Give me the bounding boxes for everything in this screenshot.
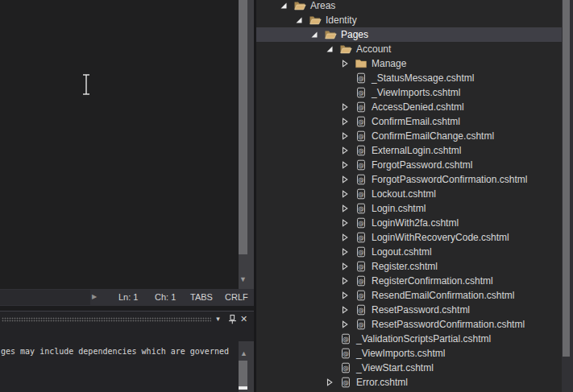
output-scrollbar-thumb[interactable] <box>239 361 247 386</box>
folder-open-slot <box>324 28 337 41</box>
editor-pane[interactable] <box>0 0 239 289</box>
tree-item-label: AccessDenied.cshtml <box>372 101 464 113</box>
output-vertical-scrollbar[interactable]: ▲ <box>239 341 254 392</box>
svg-text:@: @ <box>358 321 364 328</box>
razor-file-slot: @ <box>339 347 352 360</box>
tree-item-resetpasswordconfirmation-cshtml[interactable]: @ResetPasswordConfirmation.cshtml <box>256 317 562 332</box>
tree-expander[interactable] <box>339 277 355 285</box>
auto-hide-pin-button[interactable] <box>226 312 239 325</box>
editor-vertical-scrollbar[interactable]: ▼ <box>239 0 254 289</box>
razor-file-icon: @ <box>355 274 367 287</box>
tree-item-forgotpassword-cshtml[interactable]: @ForgotPassword.cshtml <box>256 158 562 172</box>
tree-expander[interactable] <box>339 204 355 213</box>
tree-item-lockout-cshtml[interactable]: @Lockout.cshtml <box>256 187 562 201</box>
razor-file-slot: @ <box>355 202 367 215</box>
collapse-chevron-icon <box>326 378 334 386</box>
svg-text:@: @ <box>358 133 364 140</box>
tree-expander[interactable] <box>324 45 339 53</box>
status-line-ending-toggle[interactable]: CRLF <box>225 292 248 302</box>
folder-open-icon <box>339 43 352 56</box>
tree-expander[interactable] <box>339 60 355 68</box>
tree-expander[interactable] <box>339 262 355 270</box>
tree-expander[interactable] <box>339 320 355 328</box>
tree-item-error-cshtml[interactable]: @Error.cshtml <box>256 375 562 390</box>
tree-item-account[interactable]: Account <box>256 42 562 56</box>
close-panel-button[interactable]: ✕ <box>238 312 250 325</box>
tree-item-confirmemailchange-cshtml[interactable]: @ConfirmEmailChange.cshtml <box>256 129 562 143</box>
svg-text:@: @ <box>358 249 364 256</box>
tree-item-label: ExternalLogin.cshtml <box>372 145 461 156</box>
tree-expander[interactable] <box>309 31 324 39</box>
razor-file-slot: @ <box>355 231 367 244</box>
tree-expander[interactable] <box>339 248 355 256</box>
tree-expander[interactable] <box>339 161 355 169</box>
scroll-down-arrow-icon[interactable]: ▼ <box>239 276 255 283</box>
folder-open-icon <box>324 28 337 41</box>
tree-expander[interactable] <box>339 118 355 126</box>
tree-item-viewimports-cshtml[interactable]: @_ViewImports.cshtml <box>256 346 562 361</box>
scroll-right-arrow-icon[interactable]: ▶ <box>92 294 97 300</box>
tree-item-pages[interactable]: Pages <box>256 27 562 42</box>
tree-item-label: LoginWithRecoveryCode.cshtml <box>372 232 509 243</box>
tree-item-logout-cshtml[interactable]: @Logout.cshtml <box>256 245 562 259</box>
tree-expander[interactable] <box>339 175 355 184</box>
app-window: ▼ ▶ Ln: 1 Ch: 1 TABS CRLF ▾ <box>0 0 573 392</box>
tree-item-statusmessage-cshtml[interactable]: @_StatusMessage.cshtml <box>256 71 562 85</box>
razor-file-slot: @ <box>355 318 367 331</box>
razor-file-slot: @ <box>355 115 367 128</box>
tree-expander[interactable] <box>339 219 355 227</box>
tree-item-registerconfirmation-cshtml[interactable]: @RegisterConfirmation.cshtml <box>256 274 562 288</box>
editor-scrollbar-thumb[interactable] <box>239 0 247 254</box>
tree-item-register-cshtml[interactable]: @Register.cshtml <box>256 259 562 274</box>
svg-text:@: @ <box>358 205 364 213</box>
collapse-chevron-icon <box>341 175 349 184</box>
tree-item-login-cshtml[interactable]: @Login.cshtml <box>256 201 562 216</box>
expand-arrow-icon <box>280 2 288 10</box>
tree-item-resendemailconfirmation-cshtml[interactable]: @ResendEmailConfirmation.cshtml <box>256 288 562 303</box>
solution-explorer-scrollbar[interactable] <box>562 0 573 392</box>
tree-item-identity[interactable]: Identity <box>256 13 562 27</box>
tree-item-resetpassword-cshtml[interactable]: @ResetPassword.cshtml <box>256 303 562 317</box>
tree-expander[interactable] <box>293 16 309 24</box>
tree-expander[interactable] <box>339 146 355 155</box>
razor-file-slot: @ <box>339 361 352 374</box>
status-tabs-toggle[interactable]: TABS <box>190 292 213 302</box>
collapse-chevron-icon <box>341 204 349 213</box>
tree-item-viewstart-cshtml[interactable]: @_ViewStart.cshtml <box>256 361 562 375</box>
tree-expander[interactable] <box>278 2 293 10</box>
tree-item-confirmemail-cshtml[interactable]: @ConfirmEmail.cshtml <box>256 114 562 129</box>
editor-horizontal-scrollbar[interactable] <box>0 290 90 305</box>
tree-expander[interactable] <box>339 132 355 140</box>
razor-file-icon: @ <box>355 188 367 200</box>
tree-expander[interactable] <box>339 306 355 314</box>
tree-item-areas[interactable]: Areas <box>256 0 562 13</box>
tree-item-externallogin-cshtml[interactable]: @ExternalLogin.cshtml <box>256 143 562 158</box>
expand-arrow-icon <box>295 16 303 24</box>
razor-file-icon: @ <box>355 101 367 113</box>
folder-open-slot <box>293 0 306 12</box>
razor-file-slot: @ <box>339 376 352 389</box>
tree-item-loginwith2fa-cshtml[interactable]: @LoginWith2fa.cshtml <box>256 216 562 230</box>
tree-item-manage[interactable]: Manage <box>256 56 562 71</box>
razor-file-icon: @ <box>355 115 367 128</box>
tree-item-label: _ViewStart.cshtml <box>356 362 434 373</box>
tree-item-forgotpasswordconfirmation-cshtml[interactable]: @ForgotPasswordConfirmation.cshtml <box>256 172 562 187</box>
tree-expander[interactable] <box>339 103 355 111</box>
tree-expander[interactable] <box>324 378 339 386</box>
svg-text:@: @ <box>358 191 364 198</box>
tree-item-viewimports-cshtml[interactable]: @_ViewImports.cshtml <box>256 85 562 100</box>
tree-item-validationscriptspartial-cshtml[interactable]: @_ValidationScriptsPartial.cshtml <box>256 332 562 346</box>
tree-item-label: ResetPasswordConfirmation.cshtml <box>372 319 525 330</box>
razor-file-icon: @ <box>339 347 352 360</box>
svg-text:@: @ <box>358 89 364 97</box>
solution-explorer-panel: AreasIdentityPagesAccountManage@_StatusM… <box>256 0 562 392</box>
tree-expander[interactable] <box>339 190 355 198</box>
tree-expander[interactable] <box>339 233 355 241</box>
tree-item-loginwithrecoverycode-cshtml[interactable]: @LoginWithRecoveryCode.cshtml <box>256 230 562 245</box>
razor-file-slot: @ <box>355 246 367 258</box>
solution-explorer-scrollbar-thumb[interactable] <box>563 0 570 357</box>
window-position-button[interactable]: ▾ <box>212 312 224 325</box>
output-panel-titlebar[interactable]: ▾ ✕ <box>0 312 254 329</box>
tree-expander[interactable] <box>339 291 355 299</box>
tree-item-accessdenied-cshtml[interactable]: @AccessDenied.cshtml <box>256 100 562 114</box>
